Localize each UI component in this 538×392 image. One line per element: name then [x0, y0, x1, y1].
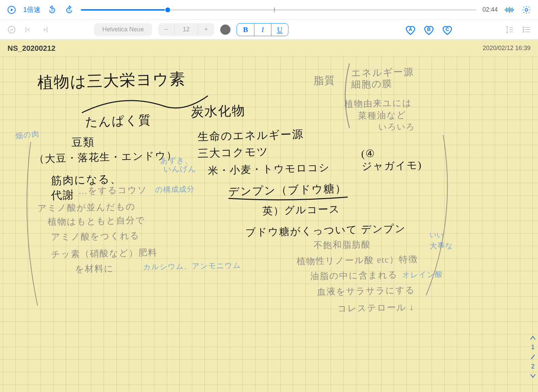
font-size-increase-button[interactable]: +	[198, 23, 214, 36]
bullet-list-icon[interactable]	[521, 24, 532, 35]
progress-fill	[81, 9, 168, 11]
svg-point-17	[523, 27, 524, 28]
heart-c-label: C	[440, 26, 454, 32]
bold-button[interactable]: B	[237, 24, 254, 36]
svg-text:10: 10	[51, 9, 54, 12]
playback-progress-slider[interactable]	[81, 4, 476, 15]
svg-text:10: 10	[68, 9, 71, 12]
heart-a-button[interactable]: A	[404, 24, 417, 36]
playback-speed-button[interactable]: 1倍速	[23, 5, 41, 14]
font-size-value: 12	[178, 23, 194, 36]
progress-marker	[274, 7, 275, 12]
font-size-stepper: − 12 +	[158, 23, 214, 36]
pn-fat-bracket	[341, 63, 351, 128]
pn-big-bracket	[24, 135, 457, 312]
note-title: NS_20200212	[8, 44, 56, 53]
pn-plant-oil3: いろいろ	[378, 121, 416, 133]
pn-plant-oil2: 菜種油など	[358, 109, 407, 122]
heart-a-label: A	[404, 26, 417, 32]
playback-toolbar: 1倍速 10 10 02:44	[0, 0, 538, 20]
gear-icon[interactable]	[521, 4, 532, 15]
page-divider-icon	[530, 354, 535, 360]
svg-point-18	[523, 29, 524, 30]
play-icon[interactable]	[6, 4, 17, 15]
progress-thumb[interactable]	[165, 7, 170, 12]
line-spacing-icon[interactable]	[504, 24, 515, 35]
page-number-1[interactable]: 1	[531, 344, 535, 351]
checkmark-circle-icon[interactable]	[6, 24, 17, 35]
pn-plant-oil1: 植物由来ユには	[344, 97, 413, 110]
svg-line-23	[531, 355, 535, 359]
format-toolbar: Helvetica Neue − 12 + B I U A B C	[0, 20, 538, 40]
note-canvas[interactable]: 植物は三大栄ヨウ素 たんぱく質 炭水化物 豆類 （大豆・落花生・エンドウ） 筋肉…	[0, 57, 538, 392]
chevron-down-icon[interactable]	[530, 374, 536, 378]
rewind-10-icon[interactable]: 10	[47, 4, 58, 15]
forward-10-icon[interactable]: 10	[64, 4, 75, 15]
heart-b-button[interactable]: B	[422, 24, 436, 36]
indent-icon[interactable]	[40, 24, 51, 35]
note-header: NS_20200212 2020/02/12 16:39	[0, 40, 538, 57]
font-family-label: Helvetica Neue	[102, 26, 144, 33]
svg-point-11	[8, 26, 15, 33]
page-number-2[interactable]: 2	[531, 363, 535, 370]
pn-fat-label: 脂質	[314, 73, 336, 88]
underline-button[interactable]: U	[271, 24, 288, 36]
hw-protein-label: たんぱく質	[85, 112, 151, 130]
page-markers: 1 2	[530, 335, 536, 378]
text-style-group: B I U	[237, 23, 288, 36]
waveform-icon[interactable]	[504, 4, 515, 15]
text-color-swatch[interactable]	[220, 25, 230, 35]
playback-time-label: 02:44	[482, 6, 498, 13]
hw-carb-label: 炭水化物	[191, 102, 245, 121]
heart-c-button[interactable]: C	[440, 24, 454, 36]
font-family-selector[interactable]: Helvetica Neue	[94, 23, 152, 36]
heart-b-label: B	[422, 26, 436, 32]
chevron-up-icon[interactable]	[530, 335, 536, 340]
italic-button[interactable]: I	[254, 24, 271, 36]
pn-fat-membrane: 細胞の膜	[351, 77, 393, 91]
font-size-decrease-button[interactable]: −	[158, 23, 175, 36]
svg-point-19	[523, 31, 524, 32]
favorite-tags-group: A B C	[404, 24, 454, 36]
svg-point-10	[525, 9, 527, 11]
note-timestamp: 2020/02/12 16:39	[483, 45, 530, 52]
outdent-icon[interactable]	[23, 24, 34, 35]
